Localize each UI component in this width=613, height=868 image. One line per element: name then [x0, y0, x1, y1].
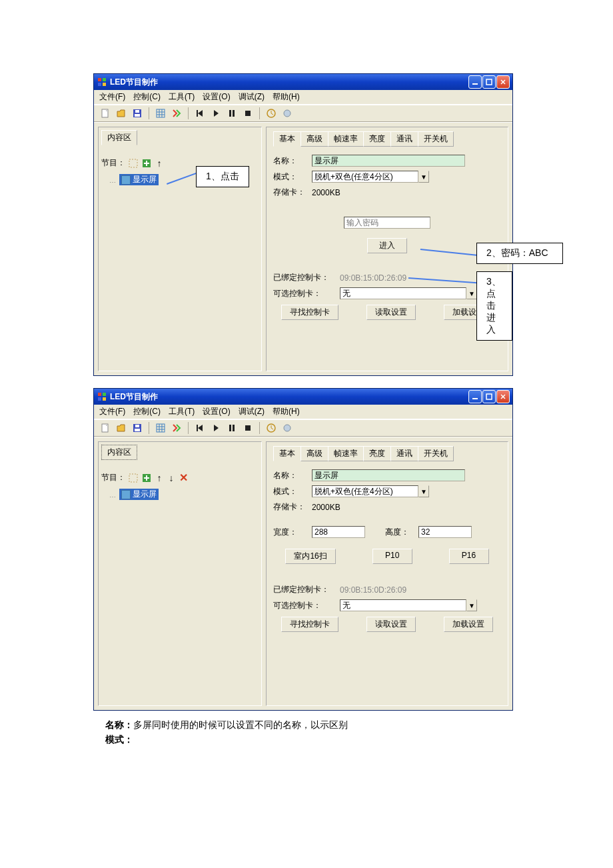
- width-input[interactable]: [312, 526, 365, 538]
- add-node-icon[interactable]: [141, 158, 152, 169]
- delete-icon[interactable]: ✕: [179, 473, 188, 483]
- optional-label: 可选控制卡：: [273, 288, 340, 299]
- menu-control[interactable]: 控制(C): [131, 90, 163, 104]
- name-input[interactable]: [312, 469, 465, 481]
- read-settings-button[interactable]: 读取设置: [366, 617, 416, 632]
- close-button[interactable]: [496, 75, 510, 89]
- name-label: 名称：: [273, 470, 312, 481]
- new-icon[interactable]: [99, 107, 111, 119]
- clock-icon[interactable]: [265, 107, 277, 119]
- up-arrow-icon[interactable]: ↑: [155, 473, 164, 483]
- tab-advanced[interactable]: 高级: [301, 131, 328, 147]
- menu-file[interactable]: 文件(F): [97, 90, 128, 104]
- sync-icon[interactable]: [281, 422, 293, 434]
- tree-item-display[interactable]: 显示屏: [119, 489, 159, 500]
- play-icon[interactable]: [210, 107, 222, 119]
- optional-dropdown[interactable]: ▼: [340, 287, 477, 299]
- client-area: 内容区 节目： ↑ ↓ ✕ ⋯ 显示屏 基本 高级 帧速率: [94, 437, 512, 710]
- indoor16-button[interactable]: 室内16扫: [285, 549, 335, 564]
- tab-basic[interactable]: 基本: [273, 131, 301, 147]
- p16-button[interactable]: P16: [449, 549, 489, 564]
- tab-switch[interactable]: 开关机: [418, 131, 454, 147]
- load-settings-button[interactable]: 加载设置: [444, 617, 493, 632]
- tab-framerate[interactable]: 帧速率: [328, 446, 364, 461]
- p10-button[interactable]: P10: [372, 549, 412, 564]
- read-settings-button[interactable]: 读取设置: [366, 305, 416, 320]
- grid-icon[interactable]: [155, 422, 167, 434]
- menu-tools[interactable]: 工具(T): [166, 405, 197, 419]
- dropdown-arrow-icon[interactable]: ▼: [418, 485, 429, 497]
- save-icon[interactable]: [131, 107, 143, 119]
- grid-icon[interactable]: [155, 107, 167, 119]
- menu-tools[interactable]: 工具(T): [166, 90, 197, 104]
- dropdown-arrow-icon[interactable]: ▼: [466, 287, 477, 299]
- dropdown-arrow-icon[interactable]: ▼: [466, 599, 477, 611]
- mode-dropdown[interactable]: ▼: [312, 171, 429, 183]
- stop-icon[interactable]: [242, 107, 254, 119]
- tree-item-display[interactable]: 显示屏: [119, 174, 159, 185]
- tab-content-area[interactable]: 内容区: [101, 130, 137, 145]
- close-button[interactable]: [496, 390, 510, 403]
- program-label: 节目：: [101, 472, 125, 483]
- menu-debug[interactable]: 调试(Z): [236, 405, 267, 419]
- tab-comm[interactable]: 通讯: [390, 446, 418, 461]
- enter-button[interactable]: 进入: [367, 238, 407, 253]
- app-icon: [97, 77, 107, 87]
- rewind-icon[interactable]: [194, 422, 206, 434]
- storage-value: 2000KB: [312, 503, 340, 512]
- svg-rect-10: [157, 109, 165, 117]
- add-node-icon[interactable]: [141, 473, 152, 483]
- pause-icon[interactable]: [226, 422, 238, 434]
- tab-content-area[interactable]: 内容区: [101, 445, 137, 460]
- minimize-button[interactable]: [468, 75, 482, 89]
- titlebar[interactable]: LED节目制作: [94, 74, 512, 90]
- tab-brightness[interactable]: 亮度: [363, 446, 391, 461]
- svg-rect-1: [103, 78, 106, 81]
- height-input[interactable]: [418, 526, 472, 538]
- menu-file[interactable]: 文件(F): [97, 405, 128, 419]
- new-node-icon[interactable]: [128, 473, 139, 483]
- menu-settings[interactable]: 设置(O): [200, 405, 233, 419]
- new-icon[interactable]: [99, 422, 111, 434]
- tab-basic[interactable]: 基本: [273, 446, 301, 461]
- sync-icon[interactable]: [281, 107, 293, 119]
- open-icon[interactable]: [115, 107, 127, 119]
- menu-control[interactable]: 控制(C): [131, 405, 163, 419]
- maximize-button[interactable]: [482, 75, 496, 89]
- find-card-button[interactable]: 寻找控制卡: [281, 305, 338, 320]
- menu-settings[interactable]: 设置(O): [200, 90, 233, 104]
- rewind-icon[interactable]: [194, 107, 206, 119]
- menu-help[interactable]: 帮助(H): [270, 405, 303, 419]
- effect-icon[interactable]: [171, 107, 183, 119]
- save-icon[interactable]: [131, 422, 143, 434]
- clock-icon[interactable]: [265, 422, 277, 434]
- down-arrow-icon[interactable]: ↓: [167, 473, 176, 483]
- maximize-button[interactable]: [482, 390, 496, 403]
- find-card-button[interactable]: 寻找控制卡: [281, 617, 338, 632]
- tab-advanced[interactable]: 高级: [301, 446, 328, 461]
- dropdown-arrow-icon[interactable]: ▼: [418, 171, 429, 183]
- menu-debug[interactable]: 调试(Z): [236, 90, 267, 104]
- pause-icon[interactable]: [226, 107, 238, 119]
- tab-brightness[interactable]: 亮度: [363, 131, 391, 147]
- open-icon[interactable]: [115, 422, 127, 434]
- tab-comm[interactable]: 通讯: [390, 131, 418, 147]
- stop-icon[interactable]: [242, 422, 254, 434]
- svg-rect-0: [98, 78, 101, 81]
- new-node-icon[interactable]: [128, 158, 139, 169]
- tab-switch[interactable]: 开关机: [418, 446, 454, 461]
- svg-rect-27: [472, 398, 478, 399]
- up-arrow-icon[interactable]: ↑: [155, 159, 164, 168]
- minimize-button[interactable]: [468, 390, 482, 403]
- effect-icon[interactable]: [171, 422, 183, 434]
- name-input[interactable]: [312, 155, 465, 167]
- play-icon[interactable]: [210, 422, 222, 434]
- optional-dropdown[interactable]: ▼: [340, 599, 477, 611]
- menu-help[interactable]: 帮助(H): [270, 90, 303, 104]
- storage-label: 存储卡：: [273, 187, 312, 198]
- titlebar[interactable]: LED节目制作: [94, 389, 512, 405]
- tab-framerate[interactable]: 帧速率: [328, 131, 364, 147]
- password-input[interactable]: [344, 217, 430, 229]
- mode-dropdown[interactable]: ▼: [312, 485, 429, 497]
- svg-rect-44: [129, 474, 137, 482]
